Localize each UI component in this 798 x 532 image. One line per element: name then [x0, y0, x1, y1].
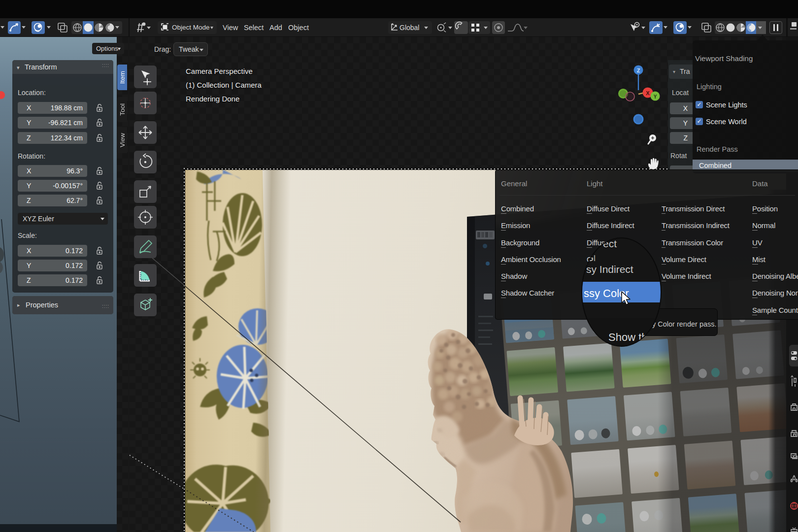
svg-text:X: X — [646, 90, 650, 96]
svg-text:Y: Y — [654, 94, 657, 100]
svg-text:Z: Z — [637, 67, 640, 73]
